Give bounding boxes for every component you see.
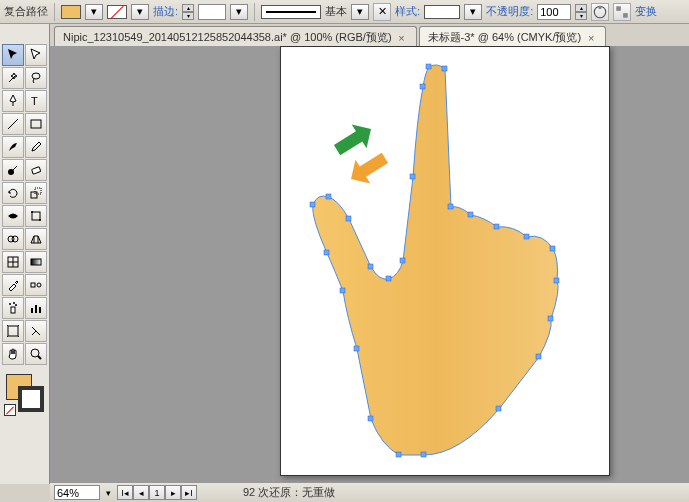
canvas-workspace[interactable] — [50, 46, 689, 482]
svg-rect-38 — [554, 278, 559, 283]
hand-tool[interactable] — [2, 343, 24, 365]
artboard-tool[interactable] — [2, 320, 24, 342]
svg-rect-7 — [31, 120, 41, 128]
zoom-level-field[interactable]: 64% — [54, 485, 100, 500]
svg-point-1 — [598, 5, 601, 8]
none-color-indicator[interactable] — [4, 404, 16, 416]
direct-selection-tool[interactable] — [25, 44, 47, 66]
svg-rect-21 — [11, 307, 15, 313]
magic-wand-tool[interactable] — [2, 67, 24, 89]
svg-rect-32 — [442, 66, 447, 71]
last-artboard-button[interactable]: ▸I — [181, 485, 197, 500]
artboard-number[interactable]: 1 — [149, 485, 165, 500]
lasso-tool[interactable] — [25, 67, 47, 89]
svg-rect-9 — [32, 167, 41, 174]
status-bar: 64% ▾ I◂ ◂ 1 ▸ ▸I 92 次还原：无重做 — [50, 482, 689, 502]
rectangle-tool[interactable] — [25, 113, 47, 135]
svg-rect-31 — [426, 64, 431, 69]
close-icon[interactable]: × — [585, 32, 597, 44]
zoom-dropdown-icon[interactable]: ▾ — [106, 488, 111, 498]
close-icon[interactable]: × — [396, 32, 408, 44]
recolor-icon[interactable] — [591, 3, 609, 21]
svg-rect-48 — [310, 202, 315, 207]
eraser-tool[interactable] — [25, 159, 47, 181]
zoom-tool[interactable] — [25, 343, 47, 365]
brush-dropdown[interactable]: ▾ — [351, 4, 369, 20]
pen-tool[interactable] — [2, 90, 24, 112]
mesh-tool[interactable] — [2, 251, 24, 273]
stroke-label[interactable]: 描边: — [153, 4, 178, 19]
document-tab-2[interactable]: 未标题-3* @ 64% (CMYK/预览) × — [419, 26, 607, 46]
svg-rect-44 — [368, 416, 373, 421]
shape-builder-tool[interactable] — [2, 228, 24, 250]
svg-point-24 — [15, 304, 17, 306]
line-tool[interactable] — [2, 113, 24, 135]
svg-point-14 — [39, 219, 41, 221]
property-bar: 复合路径 ▾ ▾ 描边: ▴▾ ▾ 基本 ▾ ✕ 样式: ▾ 不透明度: 100… — [0, 0, 689, 24]
document-tabs: Nipic_12310549_20140512125852044358.ai* … — [50, 24, 689, 46]
next-artboard-button[interactable]: ▸ — [165, 485, 181, 500]
svg-rect-51 — [368, 264, 373, 269]
rotate-tool[interactable] — [2, 182, 24, 204]
fill-stroke-control[interactable] — [2, 372, 47, 416]
graphic-style-swatch[interactable] — [424, 5, 460, 19]
style-label[interactable]: 样式: — [395, 4, 420, 19]
hand-artwork[interactable] — [299, 57, 589, 467]
stroke-swatch-none[interactable] — [107, 5, 127, 19]
svg-rect-33 — [448, 204, 453, 209]
brush-options-icon[interactable]: ✕ — [373, 3, 391, 21]
svg-rect-45 — [354, 346, 359, 351]
select-similar-icon[interactable] — [613, 3, 631, 21]
column-graph-tool[interactable] — [25, 297, 47, 319]
stroke-weight-input[interactable] — [198, 4, 226, 20]
opacity-spinner[interactable]: ▴▾ — [575, 4, 587, 20]
fill-swatch[interactable] — [61, 5, 81, 19]
fill-dropdown[interactable]: ▾ — [85, 4, 103, 20]
stroke-weight-dropdown[interactable]: ▾ — [230, 4, 248, 20]
scale-tool[interactable] — [25, 182, 47, 204]
first-artboard-button[interactable]: I◂ — [117, 485, 133, 500]
paintbrush-tool[interactable] — [2, 136, 24, 158]
svg-rect-36 — [524, 234, 529, 239]
svg-rect-12 — [32, 212, 40, 220]
slice-tool[interactable] — [25, 320, 47, 342]
blob-brush-tool[interactable] — [2, 159, 24, 181]
type-tool[interactable]: T — [25, 90, 47, 112]
svg-rect-46 — [340, 288, 345, 293]
perspective-grid-tool[interactable] — [25, 228, 47, 250]
svg-rect-11 — [35, 188, 41, 194]
basic-label: 基本 — [325, 4, 347, 19]
svg-point-16 — [12, 236, 18, 242]
opacity-label[interactable]: 不透明度: — [486, 4, 533, 19]
brush-definition[interactable] — [261, 5, 321, 19]
svg-rect-41 — [496, 406, 501, 411]
document-tab-1[interactable]: Nipic_12310549_20140512125852044358.ai* … — [54, 26, 417, 46]
blend-tool[interactable] — [25, 274, 47, 296]
undo-status-text: 92 次还原：无重做 — [243, 485, 335, 500]
svg-rect-27 — [39, 307, 41, 313]
style-dropdown[interactable]: ▾ — [464, 4, 482, 20]
svg-rect-47 — [324, 250, 329, 255]
transform-link[interactable]: 变换 — [635, 4, 657, 19]
free-transform-tool[interactable] — [25, 205, 47, 227]
svg-rect-26 — [35, 305, 37, 313]
gradient-tool[interactable] — [25, 251, 47, 273]
tab-label: 未标题-3* @ 64% (CMYK/预览) — [428, 30, 582, 45]
pencil-tool[interactable] — [25, 136, 47, 158]
prev-artboard-button[interactable]: ◂ — [133, 485, 149, 500]
svg-point-29 — [31, 349, 39, 357]
svg-rect-53 — [400, 258, 405, 263]
artboard — [280, 46, 610, 476]
selection-tool[interactable] — [2, 44, 24, 66]
stroke-dropdown[interactable]: ▾ — [131, 4, 149, 20]
stroke-color-box[interactable] — [18, 386, 44, 412]
opacity-value[interactable]: 100 — [537, 4, 571, 20]
eyedropper-tool[interactable] — [2, 274, 24, 296]
svg-rect-2 — [616, 6, 621, 11]
svg-rect-28 — [8, 326, 18, 336]
svg-rect-18 — [31, 259, 41, 265]
width-tool[interactable] — [2, 205, 24, 227]
separator — [254, 3, 255, 21]
symbol-sprayer-tool[interactable] — [2, 297, 24, 319]
stroke-weight-spinner[interactable]: ▴▾ — [182, 4, 194, 20]
